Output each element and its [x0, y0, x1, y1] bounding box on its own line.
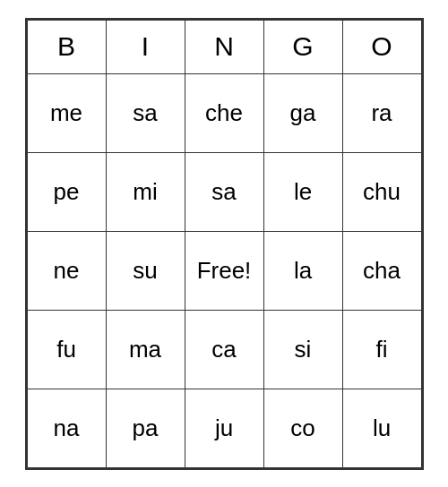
- cell-r0-c3: ga: [263, 73, 342, 152]
- cell-r1-c2: sa: [185, 152, 263, 231]
- cell-r3-c3: si: [263, 310, 342, 389]
- cell-r4-c1: pa: [106, 389, 185, 467]
- cell-r2-c2: Free!: [185, 231, 263, 310]
- table-row: mesachegara: [27, 73, 421, 152]
- cell-r4-c4: lu: [342, 389, 421, 467]
- cell-r4-c0: na: [27, 389, 106, 467]
- cell-r4-c2: ju: [185, 389, 263, 467]
- cell-r3-c2: ca: [185, 310, 263, 389]
- table-row: pemisalechu: [27, 152, 421, 231]
- header-row: B I N G O: [27, 20, 421, 73]
- cell-r2-c3: la: [263, 231, 342, 310]
- cell-r0-c4: ra: [342, 73, 421, 152]
- bingo-body: mesachegarapemisalechunesuFree!lachafuma…: [27, 73, 421, 467]
- cell-r2-c0: ne: [27, 231, 106, 310]
- cell-r0-c0: me: [27, 73, 106, 152]
- cell-r2-c1: su: [106, 231, 185, 310]
- cell-r1-c4: chu: [342, 152, 421, 231]
- cell-r0-c2: che: [185, 73, 263, 152]
- header-b: B: [27, 20, 106, 73]
- header-g: G: [263, 20, 342, 73]
- cell-r3-c1: ma: [106, 310, 185, 389]
- cell-r0-c1: sa: [106, 73, 185, 152]
- table-row: napajucolu: [27, 389, 421, 467]
- cell-r3-c0: fu: [27, 310, 106, 389]
- cell-r2-c4: cha: [342, 231, 421, 310]
- cell-r3-c4: fi: [342, 310, 421, 389]
- header-o: O: [342, 20, 421, 73]
- cell-r1-c0: pe: [27, 152, 106, 231]
- header-n: N: [185, 20, 263, 73]
- cell-r4-c3: co: [263, 389, 342, 467]
- table-row: fumacasifi: [27, 310, 421, 389]
- bingo-card: B I N G O mesachegarapemisalechunesuFree…: [25, 18, 424, 470]
- header-i: I: [106, 20, 185, 73]
- bingo-table: B I N G O mesachegarapemisalechunesuFree…: [27, 20, 422, 468]
- cell-r1-c3: le: [263, 152, 342, 231]
- cell-r1-c1: mi: [106, 152, 185, 231]
- table-row: nesuFree!lacha: [27, 231, 421, 310]
